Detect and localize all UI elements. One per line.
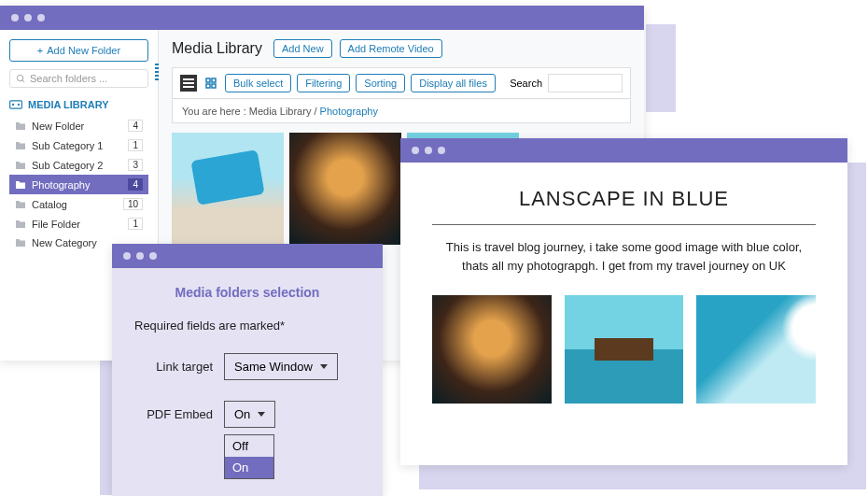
folder-name: New Category (32, 237, 97, 248)
svg-rect-6 (183, 82, 194, 84)
gallery-image (565, 295, 684, 404)
titlebar (112, 244, 383, 268)
add-remote-video-button[interactable]: Add Remote Video (340, 39, 442, 58)
folder-icon (15, 121, 26, 131)
filtering-button[interactable]: Filtering (297, 74, 350, 92)
folder-name: New Folder (32, 120, 84, 132)
window-dot (37, 14, 45, 21)
search-input[interactable] (548, 74, 623, 92)
sidebar-folder-item[interactable]: Photography4 (9, 175, 148, 194)
sidebar-folder-item[interactable]: Catalog10 (9, 194, 148, 214)
folder-icon (15, 220, 26, 229)
chevron-down-icon (258, 412, 265, 417)
pdf-embed-select[interactable]: On (224, 401, 275, 428)
blog-gallery (432, 295, 816, 404)
titlebar (400, 138, 847, 163)
svg-rect-7 (183, 86, 194, 88)
gallery-image (432, 295, 552, 404)
grid-icon (205, 78, 217, 89)
folder-icon (15, 161, 26, 170)
library-icon (9, 100, 22, 109)
sidebar-folder-item[interactable]: New Folder4 (9, 116, 148, 135)
window-dot (136, 252, 144, 260)
required-note: Required fields are marked* (134, 319, 360, 333)
settings-window: Media folders selection Required fields … (112, 244, 383, 496)
chevron-down-icon (320, 364, 328, 369)
sidebar-folder-item[interactable]: Sub Category 11 (9, 135, 148, 155)
bulk-select-button[interactable]: Bulk select (225, 74, 291, 92)
window-dot (412, 147, 419, 154)
sidebar-folder-item[interactable]: File Folder1 (9, 214, 148, 234)
folder-count: 4 (128, 178, 143, 191)
titlebar (0, 6, 644, 30)
dropdown-option-off[interactable]: Off (225, 435, 273, 457)
sidebar-folder-item[interactable]: Sub Category 23 (9, 155, 148, 175)
folder-icon (15, 200, 26, 209)
blog-description: This is travel blog journey, i take some… (432, 238, 816, 275)
folder-count: 1 (128, 139, 143, 151)
folder-icon (15, 238, 26, 248)
folder-count: 3 (128, 159, 143, 171)
folder-count: 10 (123, 198, 143, 210)
pdf-embed-label: PDF Embed (134, 407, 213, 421)
breadcrumb-link[interactable]: Photography (320, 106, 378, 117)
svg-rect-2 (10, 101, 22, 108)
blog-title: LANSCAPE IN BLUE (432, 187, 816, 211)
svg-point-4 (18, 104, 20, 106)
list-icon (183, 78, 194, 89)
blog-preview-window: LANSCAPE IN BLUE This is travel blog jou… (400, 138, 847, 465)
dropdown-option-on[interactable]: On (225, 457, 273, 478)
display-all-button[interactable]: Display all files (411, 74, 496, 92)
svg-point-3 (12, 104, 14, 106)
folder-name: Photography (32, 179, 90, 191)
window-dot (438, 147, 445, 154)
folder-count: 4 (128, 120, 143, 132)
window-dot (149, 252, 157, 260)
folder-name: File Folder (32, 219, 80, 230)
folder-name: Sub Category 1 (32, 140, 103, 151)
divider (432, 224, 816, 225)
search-icon (16, 74, 26, 84)
toolbar: Bulk select Filtering Sorting Display al… (172, 67, 631, 99)
settings-title: Media folders selection (134, 285, 360, 300)
list-view-button[interactable] (180, 75, 197, 92)
pdf-embed-dropdown: Off On (224, 434, 274, 479)
window-dot (11, 14, 19, 21)
media-thumbnail[interactable] (289, 133, 401, 245)
folder-name: Sub Category 2 (32, 160, 103, 171)
folder-icon (15, 141, 26, 150)
add-new-button[interactable]: Add New (273, 39, 332, 58)
svg-rect-10 (206, 84, 210, 88)
folder-name: Catalog (32, 199, 67, 210)
library-root[interactable]: MEDIA LIBRARY (9, 99, 148, 110)
gallery-image (696, 295, 816, 404)
folder-count: 1 (128, 218, 143, 230)
svg-rect-11 (212, 84, 216, 88)
search-label: Search (510, 78, 542, 89)
svg-rect-9 (212, 78, 216, 82)
breadcrumb: You are here : Media Library / Photograp… (172, 100, 631, 123)
folder-icon (15, 180, 26, 190)
window-dot (425, 147, 432, 154)
add-new-folder-button[interactable]: + Add New Folder (9, 39, 148, 62)
grid-view-button[interactable] (203, 75, 219, 92)
search-folders-input[interactable]: Search folders ... (9, 69, 148, 88)
window-dot (24, 14, 32, 21)
link-target-label: Link target (134, 360, 213, 374)
svg-line-1 (22, 79, 24, 81)
plus-icon: + (37, 45, 43, 56)
svg-point-0 (17, 75, 22, 80)
link-target-select[interactable]: Same Window (224, 353, 338, 380)
window-dot (123, 252, 131, 260)
media-thumbnail[interactable] (172, 133, 284, 245)
sorting-button[interactable]: Sorting (356, 74, 405, 92)
svg-rect-8 (206, 78, 210, 82)
svg-rect-5 (183, 78, 194, 80)
page-title: Media Library (172, 40, 262, 57)
